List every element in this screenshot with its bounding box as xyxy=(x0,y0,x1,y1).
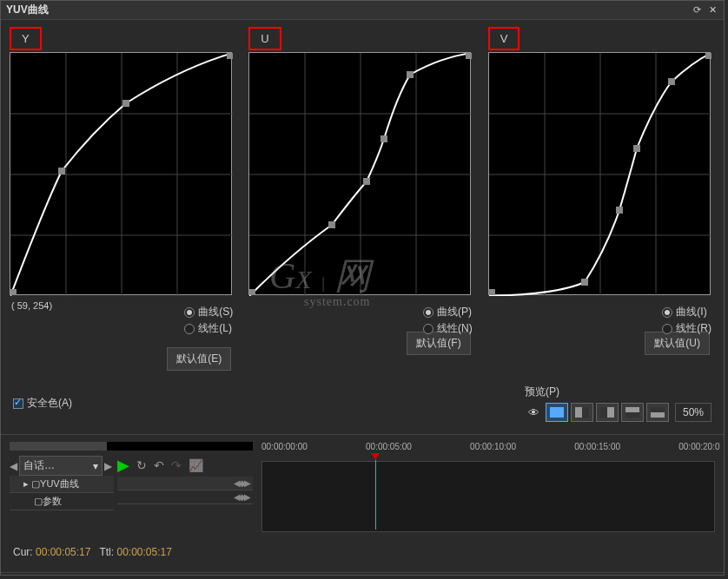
safe-color-checkbox[interactable]: 安全色(A) xyxy=(13,396,72,411)
svg-rect-42 xyxy=(651,412,665,418)
ttl-time-value: 00:00:05:17 xyxy=(116,546,171,558)
radio-curve-v[interactable]: 曲线(I) xyxy=(662,305,711,319)
radio-curve-y[interactable]: 曲线(S) xyxy=(184,305,233,319)
play-button[interactable]: ▶ xyxy=(117,456,129,475)
timeline-ruler[interactable]: 00:00:00:00 00:00:05:00 00:00:10:00 00:0… xyxy=(261,442,715,459)
svg-rect-30 xyxy=(633,145,640,152)
svg-rect-33 xyxy=(705,53,711,59)
preview-mode-split-h2[interactable] xyxy=(646,403,669,422)
checkbox-icon xyxy=(13,398,23,409)
svg-rect-6 xyxy=(58,168,65,174)
radio-icon xyxy=(184,324,195,334)
svg-rect-18 xyxy=(381,135,387,142)
preview-label: 预览(P) xyxy=(525,385,711,399)
radio-curve-u[interactable]: 曲线(P) xyxy=(423,305,473,319)
curve-editor-v[interactable] xyxy=(488,52,711,295)
curve-label-u: U xyxy=(248,27,281,50)
eye-icon[interactable]: 👁 xyxy=(525,406,543,419)
svg-rect-7 xyxy=(122,100,129,107)
curve-label-v: V xyxy=(488,27,520,50)
svg-rect-34 xyxy=(550,407,564,418)
svg-rect-40 xyxy=(625,412,639,418)
default-button-y[interactable]: 默认值(E) xyxy=(167,347,231,371)
svg-rect-32 xyxy=(489,289,495,295)
svg-rect-21 xyxy=(466,53,472,59)
svg-rect-37 xyxy=(600,407,607,418)
curve-panel-u: U 曲线(P) 线性(N) 默认值(F) xyxy=(248,27,475,371)
titlebar: YUV曲线 ⟳ ✕ xyxy=(1,1,724,20)
cur-time-label: Cur: xyxy=(13,546,33,558)
tree-row-yuv[interactable]: ▸ ▢ YUV曲线 xyxy=(10,476,114,493)
svg-rect-39 xyxy=(625,407,639,412)
graph-icon[interactable]: 📈 xyxy=(189,458,203,472)
curve-panel-y: Y ( 59, 254) 曲线(S) 线性(L) 默认值(E) xyxy=(10,27,236,371)
radio-icon xyxy=(662,307,672,318)
svg-rect-20 xyxy=(249,289,255,295)
curve-editor-u[interactable] xyxy=(248,52,471,295)
radio-linear-u[interactable]: 线性(N) xyxy=(423,321,473,336)
redo-icon[interactable]: ↷ xyxy=(171,458,182,472)
keyframe-row-1: ◀◆▶ xyxy=(117,477,253,490)
track-dropdown[interactable]: 自话…▾ xyxy=(19,456,103,476)
curve-label-y: Y xyxy=(10,27,42,50)
radio-linear-v[interactable]: 线性(R) xyxy=(662,321,711,336)
reset-icon[interactable]: ⟳ xyxy=(691,4,703,16)
preview-mode-split-h[interactable] xyxy=(621,403,644,422)
playhead[interactable] xyxy=(375,460,376,530)
svg-rect-28 xyxy=(581,279,588,286)
loop-icon[interactable]: ↻ xyxy=(136,458,147,472)
curve-panel-v: V 曲线(I) 线性(R) 默认值(U) xyxy=(488,27,715,371)
tree-row-params[interactable]: ▢ 参数 xyxy=(10,493,114,510)
svg-rect-16 xyxy=(328,221,335,228)
svg-rect-36 xyxy=(582,407,589,418)
svg-rect-17 xyxy=(363,178,370,185)
svg-rect-19 xyxy=(407,71,414,78)
close-icon[interactable]: ✕ xyxy=(706,4,718,16)
svg-rect-29 xyxy=(616,207,623,214)
svg-rect-9 xyxy=(227,53,233,59)
undo-icon[interactable]: ↶ xyxy=(154,458,164,472)
radio-icon xyxy=(423,324,433,334)
svg-rect-31 xyxy=(668,78,675,85)
timeline-track[interactable] xyxy=(261,461,715,532)
preview-mode-split-v[interactable] xyxy=(571,403,593,422)
radio-icon xyxy=(662,324,672,334)
svg-rect-35 xyxy=(575,407,582,418)
tree-next-icon[interactable]: ▶ xyxy=(104,460,112,472)
tree-prev-icon[interactable]: ◀ xyxy=(10,460,17,472)
radio-icon xyxy=(184,307,195,318)
cur-time-value: 00:00:05:17 xyxy=(36,546,90,558)
keyframe-row-2: ◀◆▶ xyxy=(117,490,253,504)
zoom-level[interactable]: 50% xyxy=(675,403,711,422)
radio-icon xyxy=(423,307,433,318)
progress-bar[interactable] xyxy=(10,442,253,451)
curve-editor-y[interactable] xyxy=(10,52,232,295)
dialog-title: YUV曲线 xyxy=(6,3,49,17)
preview-mode-split-v2[interactable] xyxy=(596,403,619,422)
svg-rect-41 xyxy=(651,407,665,412)
ttl-time-label: Ttl: xyxy=(99,546,114,558)
radio-linear-y[interactable]: 线性(L) xyxy=(184,321,233,336)
svg-rect-8 xyxy=(10,289,17,295)
preview-mode-full[interactable] xyxy=(546,403,568,422)
svg-rect-38 xyxy=(607,407,614,418)
